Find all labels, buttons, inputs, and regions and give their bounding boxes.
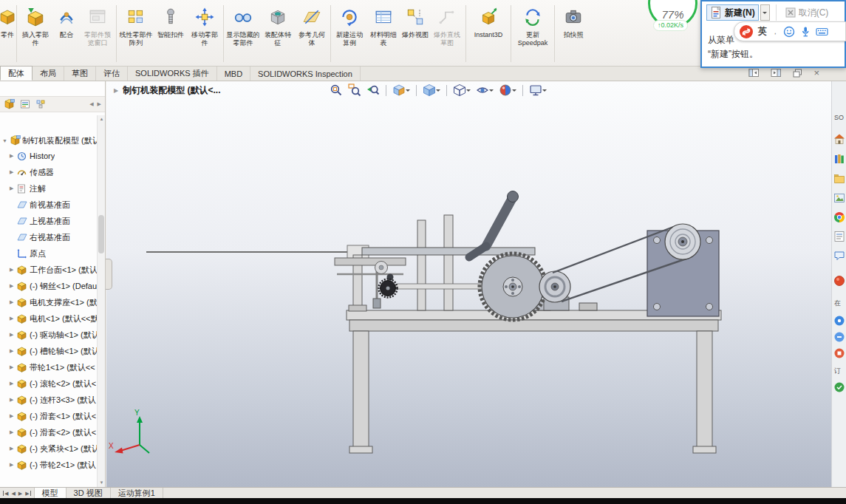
ribbon-item-show-hidden-components[interactable]: 显示隐藏的零部件 <box>225 1 261 66</box>
new-dropdown-button[interactable] <box>760 4 770 21</box>
wire-rod-part[interactable] <box>146 245 369 259</box>
expander-icon[interactable]: ▶ <box>10 283 17 289</box>
expander-icon[interactable]: ▼ <box>2 138 10 143</box>
tree-item-drive-shaft[interactable]: ▶ (-) 驱动轴<1> (默认 <box>0 327 97 343</box>
ribbon-item-reference-geometry[interactable]: 参考几何体 <box>295 1 329 66</box>
expander-icon[interactable]: ▶ <box>10 397 17 403</box>
scroll-tabs-left-icon[interactable]: ◀ <box>89 101 93 107</box>
tab-model[interactable]: 模型 <box>35 488 66 498</box>
chrome-browser-icon[interactable] <box>833 211 845 223</box>
tab-solidworks-inspection[interactable]: SOLIDWORKS Inspection <box>250 67 361 81</box>
sogou-logo-icon[interactable] <box>739 24 754 39</box>
expander-icon[interactable]: ▶ <box>10 348 17 354</box>
sprocket-part[interactable] <box>379 279 398 298</box>
tree-item-history[interactable]: ▶ History <box>0 148 97 164</box>
tree-item-sensors[interactable]: ▶ 传感器 <box>0 164 97 180</box>
tree-item-motor-support[interactable]: ▶ 电机支撑座<1> (默 <box>0 294 97 310</box>
restore-window-icon[interactable] <box>793 69 802 78</box>
tree-item-pulley2[interactable]: ▶ (-) 带轮2<1> (默认 <box>0 457 97 473</box>
ribbon-item-explode-line-sketch[interactable]: 爆炸直线草图 <box>430 1 464 66</box>
new-button[interactable]: 新建(N) <box>706 4 759 21</box>
tab-motion-study-1[interactable]: 运动算例1 <box>111 488 163 498</box>
solidworks-resources-home-icon[interactable] <box>833 133 845 145</box>
ribbon-item-linear-component-pattern[interactable]: 线性零部件阵列 <box>118 1 154 66</box>
tab-assembly[interactable]: 配体 <box>0 66 33 81</box>
zoom-to-area-icon[interactable] <box>347 83 363 98</box>
ribbon-item-new-motion-study[interactable]: 新建运动算例 <box>332 1 366 66</box>
file-explorer-icon[interactable] <box>833 173 845 185</box>
ribbon-item-mate[interactable]: 配合 <box>52 1 81 66</box>
tab-sketch[interactable]: 草图 <box>64 67 96 81</box>
last-tab-icon[interactable]: ▶ <box>25 491 30 496</box>
drive-shaft-part[interactable] <box>395 284 485 289</box>
featuremanager-tree-tab[interactable] <box>4 99 15 109</box>
ribbon-item-smart-fasteners[interactable]: 智能扣件 <box>154 1 188 66</box>
ribbon-item-assembly-features[interactable]: 装配体特征 <box>261 1 295 66</box>
ribbon-item-update-speedpak[interactable]: 更新 Speedpak <box>513 1 553 66</box>
ime-language-toggle[interactable]: 英 <box>758 25 767 38</box>
previous-view-icon[interactable] <box>365 83 381 98</box>
ribbon-item-component-preview-window[interactable]: 零部件预览窗口 <box>81 1 115 66</box>
expander-icon[interactable]: ▶ <box>10 169 17 175</box>
microphone-icon[interactable] <box>799 26 811 38</box>
tab-layout[interactable]: 布局 <box>33 67 64 81</box>
configurationmanager-tab[interactable] <box>35 99 46 109</box>
design-library-icon[interactable] <box>833 153 845 165</box>
tree-root-assembly[interactable]: ▼ 制钉机装配模型 (默认< <box>0 133 97 148</box>
expander-icon[interactable]: ▶ <box>10 446 17 452</box>
expander-icon[interactable]: ▶ <box>10 267 17 273</box>
expander-icon[interactable]: ▶ <box>10 381 17 386</box>
ribbon-item-instant3d[interactable]: Instant3D <box>468 1 509 66</box>
green-tool-icon[interactable] <box>833 381 845 393</box>
support-frame-part[interactable] <box>335 215 453 311</box>
forum-icon[interactable] <box>833 250 845 262</box>
edit-appearance-icon[interactable] <box>497 83 518 98</box>
ribbon-item-insert-components[interactable]: 插入零部件 <box>18 1 52 66</box>
next-document-icon[interactable] <box>771 68 782 78</box>
scroll-tabs-right-icon[interactable]: ▶ <box>98 101 101 107</box>
expander-icon[interactable]: ▶ <box>10 299 17 305</box>
view-palette-icon[interactable] <box>833 192 845 204</box>
mid-pulley-part[interactable] <box>539 271 570 302</box>
hide-show-items-icon[interactable] <box>474 83 495 98</box>
expander-icon[interactable]: ▶ <box>10 153 17 159</box>
ribbon-item-bill-of-materials[interactable]: 材料明细表 <box>366 1 400 66</box>
emoji-icon[interactable] <box>783 26 795 38</box>
custom-properties-icon[interactable] <box>833 231 845 242</box>
next-tab-icon[interactable]: ▶ <box>18 491 22 496</box>
tree-item-geneva-shaft[interactable]: ▶ (-) 槽轮轴<1> (默认 <box>0 343 97 359</box>
zoom-to-fit-icon[interactable] <box>328 83 344 98</box>
tree-item-roller[interactable]: ▶ (-) 滚轮<2> (默认< <box>0 375 97 392</box>
display-style-icon[interactable] <box>451 83 472 98</box>
ribbon-item-edit-component[interactable]: 零件 <box>0 1 15 66</box>
tab-mbd[interactable]: MBD <box>217 67 250 81</box>
expander-icon[interactable]: ▶ <box>10 462 17 468</box>
slide-bar-part[interactable] <box>362 248 535 255</box>
ribbon-item-exploded-view[interactable]: 爆炸视图 <box>400 1 430 66</box>
graphics-viewport[interactable]: Y X ▶ 制钉机装配模型 (默认<... <box>106 81 831 487</box>
expander-icon[interactable]: ▶ <box>10 413 17 419</box>
ime-punctuation-toggle[interactable]: ， <box>771 27 779 37</box>
tree-scrollbar[interactable]: ▲ ▼ <box>97 115 105 487</box>
expander-icon[interactable]: ▶ <box>10 316 17 321</box>
previous-tab-icon[interactable]: ◀ <box>11 491 15 496</box>
red-tool-icon[interactable] <box>833 347 845 359</box>
tree-item-front-plane[interactable]: 前视基准面 <box>0 197 97 213</box>
cancel-button[interactable]: 取消(C) <box>782 6 831 20</box>
previous-document-icon[interactable] <box>748 68 760 78</box>
assembly-model-canvas[interactable]: Y X <box>106 81 831 487</box>
tree-item-clamp-block[interactable]: ▶ (-) 夹紧块<1> (默认 <box>0 440 97 457</box>
section-view-icon[interactable] <box>391 83 412 98</box>
tree-item-annotations[interactable]: ▶ 注解 <box>0 180 97 197</box>
tree-item-worktable[interactable]: ▶ 工作台面<1> (默认< <box>0 262 97 278</box>
blue-tool-icon-2[interactable] <box>833 331 845 343</box>
ribbon-item-move-component[interactable]: 移动零部件 <box>188 1 222 66</box>
close-window-icon[interactable]: × <box>813 68 819 78</box>
scroll-down-icon[interactable]: ▼ <box>98 479 106 487</box>
featuremanager-splitter-handle[interactable] <box>106 259 112 290</box>
tree-item-sleeve1[interactable]: ▶ (-) 滑套<1> (默认< <box>0 408 97 424</box>
propertymanager-tab[interactable] <box>20 99 30 109</box>
motor-pulley-part[interactable] <box>665 224 700 259</box>
expander-icon[interactable]: ▶ <box>10 185 17 191</box>
tab-evaluate[interactable]: 评估 <box>96 67 128 81</box>
